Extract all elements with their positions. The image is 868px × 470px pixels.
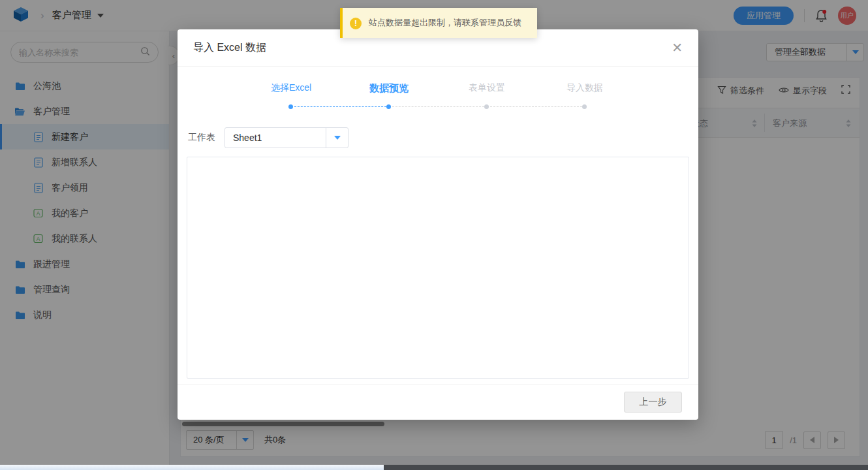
chevron-down-icon	[326, 128, 348, 148]
close-icon[interactable]: ✕	[672, 41, 683, 54]
worksheet-row: 工作表 Sheet1	[188, 127, 698, 148]
step-data-preview[interactable]: 数据预览	[340, 82, 438, 95]
modal-title: 导入 Excel 数据	[193, 41, 266, 55]
window-horizontal-scrollbar	[0, 465, 868, 470]
previous-step-button[interactable]: 上一步	[624, 392, 682, 413]
steps: 选择Excel 数据预览 表单设置 导入数据	[242, 82, 634, 95]
worksheet-select[interactable]: Sheet1	[225, 127, 349, 148]
warning-icon: !	[350, 18, 362, 29]
step-import-data: 导入数据	[536, 82, 634, 95]
window-scrollbar-thumb[interactable]	[0, 465, 384, 470]
worksheet-value: Sheet1	[225, 133, 326, 143]
step-dot	[484, 104, 489, 109]
toast-message: 站点数据量超出限制，请联系管理员反馈	[369, 16, 525, 29]
worksheet-label: 工作表	[188, 132, 215, 144]
steps-progress-track	[242, 104, 634, 110]
modal-footer: 上一步	[178, 384, 698, 420]
step-form-settings: 表单设置	[438, 82, 536, 95]
warning-toast: ! 站点数据量超出限制，请联系管理员反馈	[340, 8, 537, 38]
import-excel-modal: 导入 Excel 数据 ✕ 选择Excel 数据预览 表单设置 导入数据 工作表…	[178, 29, 698, 420]
step-dot	[288, 104, 293, 109]
data-preview-area	[187, 157, 689, 379]
step-dot	[582, 104, 587, 109]
app-window: › 客户管理 应用管理 用户	[0, 0, 868, 470]
step-dot	[386, 104, 391, 109]
step-select-excel[interactable]: 选择Excel	[242, 82, 340, 95]
